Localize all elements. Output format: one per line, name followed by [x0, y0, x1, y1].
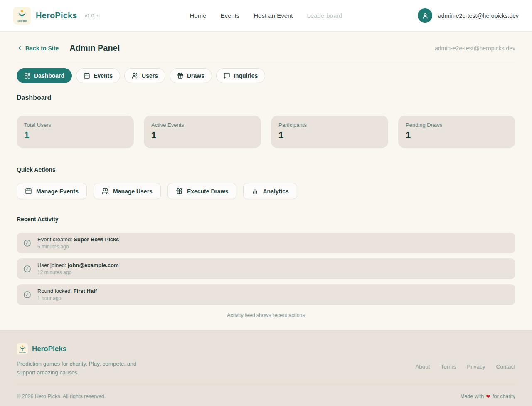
activity-time: 12 minutes ago: [37, 270, 118, 275]
svg-text:HeroPicks: HeroPicks: [17, 19, 27, 22]
recent-activity-heading: Recent Activity: [17, 216, 515, 223]
heart-icon: ❤: [486, 394, 490, 400]
user-menu[interactable]: admin-e2e-test@heropicks.dev: [418, 8, 519, 23]
brand[interactable]: HeroPicks HeroPicks v1.0.5: [13, 7, 98, 25]
footer-link-about[interactable]: About: [415, 364, 430, 370]
tab-draws[interactable]: Draws: [170, 68, 212, 83]
action-label: Execute Draws: [187, 188, 229, 195]
main-nav: Home Events Host an Event Leaderboard: [190, 12, 342, 19]
navbar-user-email: admin-e2e-test@heropicks.dev: [438, 12, 519, 19]
nav-link-home[interactable]: Home: [190, 12, 206, 19]
activity-body: Round locked: First Half 1 hour ago: [37, 288, 97, 301]
tab-inquiries[interactable]: Inquiries: [216, 68, 265, 83]
gift-icon: [177, 72, 184, 79]
activity-list: Event created: Super Bowl Picks 5 minute…: [17, 233, 515, 305]
made-with-text: Made with ❤ for charity: [460, 394, 515, 400]
stat-label: Pending Draws: [406, 122, 508, 128]
stat-value: 1: [278, 130, 381, 141]
tab-label: Dashboard: [34, 72, 64, 79]
activity-item: User joined: john@example.com 12 minutes…: [17, 258, 515, 279]
back-to-site-link[interactable]: Back to Site: [17, 45, 59, 52]
tab-label: Inquiries: [234, 72, 258, 79]
activity-feed-caption: Activity feed shows recent actions: [17, 312, 515, 318]
activity-body: Event created: Super Bowl Picks 5 minute…: [37, 236, 119, 250]
quick-actions-heading: Quick Actions: [17, 166, 515, 173]
activity-item: Event created: Super Bowl Picks 5 minute…: [17, 233, 515, 253]
footer-brand-block: HeroPicks HeroPicks Prediction games for…: [17, 343, 137, 377]
svg-text:HeroPicks: HeroPicks: [19, 351, 26, 353]
page-title: Admin Panel: [69, 43, 120, 53]
analytics-button[interactable]: Analytics: [243, 183, 297, 199]
activity-text: User joined: john@example.com: [37, 262, 118, 268]
back-to-site-label: Back to Site: [25, 45, 59, 52]
activity-text: Event created: Super Bowl Picks: [37, 236, 119, 243]
footer-link-contact[interactable]: Contact: [496, 364, 515, 370]
copyright-text: © 2026 Hero Picks. All rights reserved.: [17, 394, 106, 400]
quick-actions: Manage Events Manage Users Execute Draws…: [17, 183, 515, 199]
footer-heropicks-logo-icon: HeroPicks: [17, 343, 28, 354]
clock-icon: [23, 265, 31, 273]
activity-subject: First Half: [74, 288, 97, 294]
footer-link-terms[interactable]: Terms: [441, 364, 456, 370]
users-icon: [102, 188, 109, 195]
stat-label: Total Users: [24, 122, 126, 128]
manage-events-button[interactable]: Manage Events: [17, 183, 87, 199]
stat-value: 1: [151, 130, 254, 141]
stat-card-participants: Participants 1: [271, 116, 388, 148]
user-avatar[interactable]: [418, 8, 432, 23]
stat-value: 1: [406, 130, 508, 141]
admin-panel-main: Back to Site Admin Panel admin-e2e-test@…: [0, 32, 532, 330]
stat-card-active-events: Active Events 1: [144, 116, 261, 148]
version-badge: v1.0.5: [85, 13, 99, 19]
tab-label: Users: [142, 72, 158, 79]
chevron-left-icon: [17, 45, 23, 51]
action-label: Manage Users: [113, 188, 153, 195]
nav-link-events[interactable]: Events: [220, 12, 239, 19]
user-icon: [421, 12, 429, 20]
footer-divider: [17, 386, 515, 386]
activity-time: 1 hour ago: [37, 295, 97, 301]
activity-text: Round locked: First Half: [37, 288, 97, 294]
brand-name: HeroPicks: [36, 11, 77, 20]
message-square-icon: [224, 72, 230, 79]
admin-user-email: admin-e2e-test@heropicks.dev: [435, 45, 515, 52]
layout-dashboard-icon: [24, 72, 31, 79]
footer-link-privacy[interactable]: Privacy: [467, 364, 485, 370]
activity-body: User joined: john@example.com 12 minutes…: [37, 262, 118, 275]
dashboard-heading: Dashboard: [17, 94, 515, 102]
activity-item: Round locked: First Half 1 hour ago: [17, 284, 515, 305]
manage-users-button[interactable]: Manage Users: [94, 183, 161, 199]
footer-description: Prediction games for charity. Play, comp…: [17, 360, 137, 377]
nav-link-host-an-event[interactable]: Host an Event: [254, 12, 293, 19]
bar-chart-icon: [251, 188, 259, 195]
activity-subject: john@example.com: [68, 262, 118, 268]
footer: HeroPicks HeroPicks Prediction games for…: [0, 330, 532, 406]
header-divider: [17, 63, 515, 63]
tab-label: Draws: [187, 72, 204, 79]
users-icon: [132, 72, 138, 79]
stat-value: 1: [24, 130, 126, 141]
footer-brand-name: HeroPicks: [32, 345, 66, 353]
tab-label: Events: [94, 72, 113, 79]
execute-draws-button[interactable]: Execute Draws: [167, 183, 237, 199]
action-label: Manage Events: [36, 188, 79, 195]
activity-time: 5 minutes ago: [37, 244, 119, 250]
nav-link-leaderboard[interactable]: Leaderboard: [307, 12, 342, 19]
tab-dashboard[interactable]: Dashboard: [17, 68, 72, 83]
admin-tabs: Dashboard Events Users Draws Inquiries: [17, 68, 515, 83]
calendar-icon: [25, 188, 32, 195]
stat-card-total-users: Total Users 1: [17, 116, 134, 148]
activity-subject: Super Bowl Picks: [74, 236, 119, 243]
stat-label: Participants: [278, 122, 381, 128]
admin-header: Back to Site Admin Panel admin-e2e-test@…: [17, 43, 515, 53]
clock-icon: [23, 239, 31, 247]
stat-card-pending-draws: Pending Draws 1: [398, 116, 515, 148]
tab-events[interactable]: Events: [76, 68, 120, 83]
action-label: Analytics: [263, 188, 288, 195]
footer-links: About Terms Privacy Contact: [415, 356, 515, 377]
calendar-icon: [84, 72, 90, 79]
tab-users[interactable]: Users: [124, 68, 165, 83]
stats-grid: Total Users 1 Active Events 1 Participan…: [17, 116, 515, 148]
clock-icon: [23, 291, 31, 299]
gift-icon: [176, 188, 183, 195]
